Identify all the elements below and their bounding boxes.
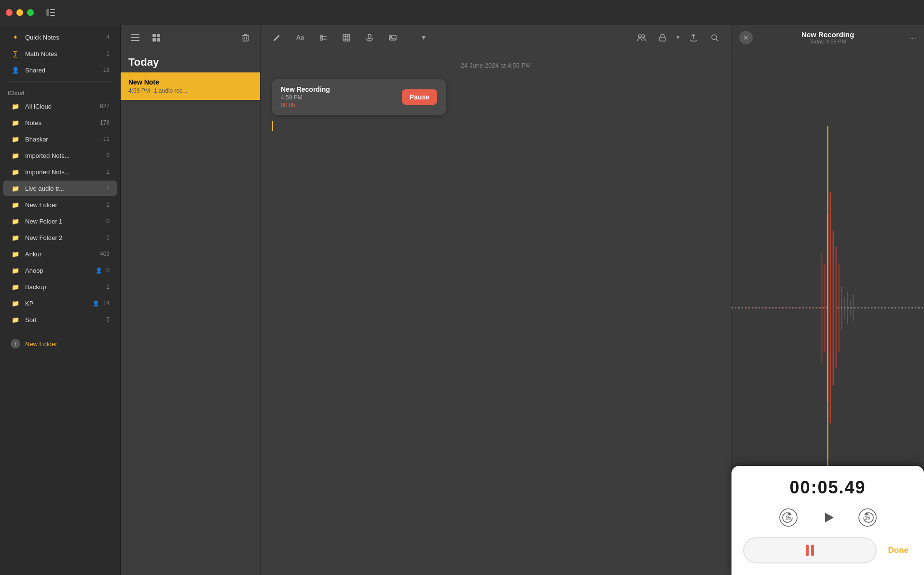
sidebar-item-label: Math Notes: [25, 50, 104, 57]
titlebar: [0, 0, 924, 25]
svg-rect-43: [838, 264, 840, 352]
close-button[interactable]: [6, 9, 13, 16]
sidebar-item-count: 409: [100, 251, 110, 257]
media-button[interactable]: [384, 29, 401, 46]
sidebar-item-sort[interactable]: 📁 Sort 5: [3, 312, 117, 327]
done-button[interactable]: Done: [884, 544, 913, 557]
more-options-button[interactable]: ···: [909, 32, 916, 42]
note-item-time: 4:59 PM: [128, 87, 150, 94]
sidebar-item-label: Sort: [25, 316, 104, 323]
sidebar-item-new-folder-1[interactable]: 📁 New Folder 1 0: [3, 213, 117, 229]
svg-rect-13: [243, 36, 248, 41]
sidebar-item-notes[interactable]: 📁 Notes 178: [3, 115, 117, 130]
sidebar-item-count: 1: [106, 185, 110, 192]
svg-rect-10: [157, 38, 160, 42]
table-button[interactable]: [338, 29, 355, 46]
lock-button[interactable]: [654, 29, 671, 46]
svg-rect-45: [821, 252, 823, 363]
svg-rect-41: [832, 231, 834, 385]
sidebar-item-quick-notes[interactable]: ✦ Quick Notes 4: [3, 29, 117, 45]
close-recording-button[interactable]: ✕: [739, 31, 753, 44]
right-panel: ✕ New Recording Today, 4:59 PM ···: [731, 25, 924, 575]
compose-button[interactable]: [268, 29, 286, 46]
folder-icon: 📁: [11, 134, 20, 144]
checklist-button[interactable]: [315, 29, 332, 46]
recording-card-duration: 00:05: [281, 102, 394, 109]
folder-icon: 📁: [11, 233, 20, 242]
svg-rect-44: [824, 264, 826, 352]
sidebar-item-count: 0: [106, 152, 110, 159]
main-container: ✦ Quick Notes 4 ∑ Math Notes 1 👤 Shared …: [0, 25, 924, 575]
share-button[interactable]: [685, 29, 702, 46]
sidebar-item-backup[interactable]: 📁 Backup 1: [3, 279, 117, 295]
sidebar-item-shared[interactable]: 👤 Shared 18: [3, 62, 117, 78]
grid-view-button[interactable]: [148, 29, 165, 46]
trash-button[interactable]: [237, 29, 254, 46]
svg-line-35: [716, 39, 718, 41]
pause-bar-left: [806, 545, 809, 556]
sidebar-divider: [8, 81, 112, 82]
right-panel-title: New Recording: [739, 30, 916, 39]
svg-rect-51: [847, 291, 848, 324]
pause-bar-right: [811, 545, 814, 556]
notes-list-section-title: Today: [128, 56, 252, 69]
new-folder-label: New Folder: [25, 340, 57, 348]
folder-icon: 📁: [11, 200, 20, 210]
skip-back-button[interactable]: 15: [776, 505, 800, 530]
controls-row: 15 15: [776, 505, 880, 530]
chevron-down-icon[interactable]: ▼: [415, 29, 432, 46]
date-header: 24 June 2024 at 4:59 PM: [272, 62, 719, 69]
lock-dropdown-button[interactable]: ▼: [675, 29, 681, 46]
sidebar-item-label: Imported Nots...: [25, 152, 104, 159]
sidebar-item-label: Bhaskar: [25, 136, 101, 143]
svg-rect-52: [850, 300, 851, 316]
sidebar-item-imported-notes-2[interactable]: 📁 Imported Nots... 1: [3, 164, 117, 180]
font-button[interactable]: Aa: [291, 29, 309, 46]
note-item[interactable]: New Note 4:59 PM 1 audio rec...: [121, 72, 260, 100]
audio-button[interactable]: [361, 29, 378, 46]
sidebar-item-label: New Folder 1: [25, 218, 104, 225]
recording-card-time: 4:59 PM: [281, 94, 394, 101]
sidebar-item-count: 1: [106, 234, 110, 241]
sidebar-item-math-notes[interactable]: ∑ Math Notes 1: [3, 46, 117, 61]
sidebar-item-ankur[interactable]: 📁 Ankur 409: [3, 246, 117, 262]
sidebar-item-all-icloud[interactable]: 📁 All iCloud 627: [3, 98, 117, 114]
pause-record-button[interactable]: [743, 537, 877, 563]
svg-rect-53: [853, 295, 854, 321]
pause-button[interactable]: Pause: [402, 89, 437, 105]
main-toolbar: Aa: [261, 25, 731, 50]
right-panel-header: ✕ New Recording Today, 4:59 PM ···: [731, 25, 924, 50]
sidebar-item-new-folder-2[interactable]: 📁 New Folder 2 1: [3, 230, 117, 245]
collab-button[interactable]: [633, 29, 650, 46]
skip-forward-button[interactable]: 15: [855, 505, 880, 530]
main-toolbar-right: ▼: [633, 29, 723, 46]
maximize-button[interactable]: [27, 9, 34, 16]
sidebar: ✦ Quick Notes 4 ∑ Math Notes 1 👤 Shared …: [0, 25, 121, 575]
sidebar-item-imported-notes-1[interactable]: 📁 Imported Nots... 0: [3, 148, 117, 163]
new-folder-button[interactable]: ＋ New Folder: [3, 335, 117, 352]
sidebar-item-label: Live audio tr...: [25, 185, 104, 192]
sidebar-toggle-button[interactable]: [41, 3, 60, 22]
svg-rect-6: [131, 40, 139, 41]
sidebar-item-label: Anoop: [25, 267, 96, 274]
folder-icon: 📁: [11, 266, 20, 275]
sidebar-item-count: 14: [103, 300, 110, 307]
sidebar-item-live-audio[interactable]: 📁 Live audio tr... 1: [3, 181, 117, 196]
recording-card[interactable]: New Recording 4:59 PM 00:05 Pause: [272, 79, 446, 115]
sidebar-item-new-folder[interactable]: 📁 New Folder 1: [3, 197, 117, 212]
svg-rect-12: [244, 34, 247, 35]
svg-rect-15: [246, 37, 247, 40]
search-button[interactable]: [706, 29, 723, 46]
sidebar-item-anoop[interactable]: 📁 Anoop 👤 0: [3, 263, 117, 278]
sidebar-item-count: 178: [100, 119, 110, 126]
sidebar-item-bhaskar[interactable]: 📁 Bhaskar 11: [3, 131, 117, 147]
minimize-button[interactable]: [16, 9, 23, 16]
svg-rect-8: [157, 34, 160, 37]
icloud-section-header: iCloud: [0, 84, 120, 98]
right-panel-subtitle: Today, 4:59 PM: [739, 39, 916, 44]
list-view-button[interactable]: [126, 29, 144, 46]
folder-icon: 📁: [11, 118, 20, 127]
folder-icon: 📁: [11, 151, 20, 160]
sidebar-item-kp[interactable]: 📁 KP 👤 14: [3, 295, 117, 311]
play-button[interactable]: [816, 505, 840, 530]
